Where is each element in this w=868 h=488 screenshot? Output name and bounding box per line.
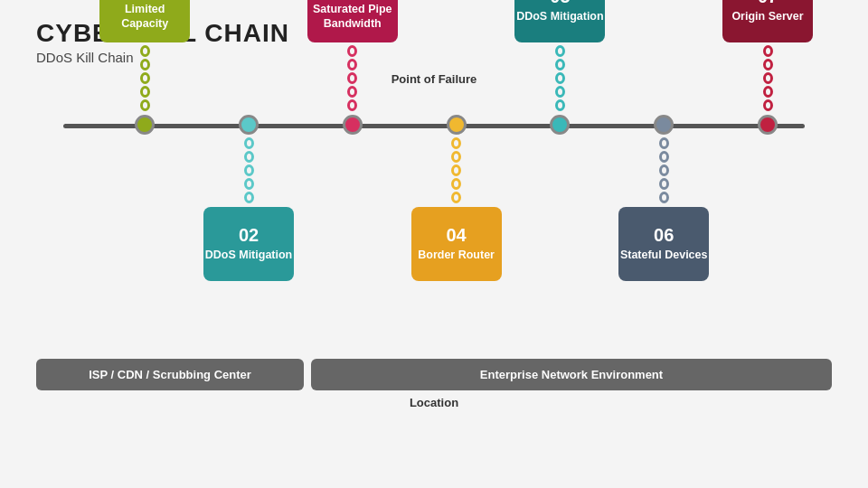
card-num-07: 07 [758, 0, 778, 5]
dot-07 [758, 115, 778, 135]
chain-01 [137, 42, 152, 115]
chain-04 [449, 135, 464, 207]
card-06: 06Stateful Devices [618, 207, 709, 281]
card-num-06: 06 [654, 226, 674, 244]
point-of-failure-label: Point of Failure [36, 72, 832, 86]
card-02: 02DDoS Mitigation [203, 207, 294, 281]
card-label-02: DDoS Mitigation [205, 248, 293, 262]
timeline-section: 01Limited Capacity02DDoS Mitigation03Sat… [36, 89, 832, 352]
bottom-bars: ISP / CDN / Scrubbing Center Enterprise … [36, 359, 832, 390]
dot-01 [135, 115, 155, 135]
dot-02 [239, 115, 259, 135]
card-label-01: Limited Capacity [99, 2, 190, 32]
chain-07 [760, 42, 775, 115]
timeline-line [63, 124, 805, 128]
card-04: 04Border Router [411, 207, 502, 281]
dot-06 [654, 115, 674, 135]
card-05: 05DDoS Mitigation [514, 0, 605, 42]
card-label-03: Saturated Pipe Bandwidth [307, 2, 398, 32]
card-num-05: 05 [550, 0, 570, 5]
chain-03 [345, 42, 360, 115]
card-label-04: Border Router [418, 248, 495, 262]
chain-05 [552, 42, 567, 115]
card-01: 01Limited Capacity [99, 0, 190, 42]
card-label-05: DDoS Mitigation [516, 9, 604, 23]
dot-05 [550, 115, 570, 135]
subtitle: DDoS Kill Chain [36, 50, 832, 65]
card-num-04: 04 [446, 226, 466, 244]
dot-03 [343, 115, 363, 135]
location-label: Location [36, 396, 832, 409]
card-num-02: 02 [239, 226, 259, 244]
card-label-07: Origin Server [731, 9, 803, 23]
bar-isp: ISP / CDN / Scrubbing Center [36, 359, 304, 390]
card-label-06: Stateful Devices [620, 248, 708, 262]
card-03: 03Saturated Pipe Bandwidth [307, 0, 398, 42]
card-07: 07Origin Server [722, 0, 813, 42]
dot-04 [447, 115, 467, 135]
chain-06 [656, 135, 671, 207]
chain-02 [241, 135, 256, 207]
bar-enterprise: Enterprise Network Environment [311, 359, 832, 390]
page: CYBER KILL CHAIN DDoS Kill Chain Point o… [0, 0, 868, 488]
